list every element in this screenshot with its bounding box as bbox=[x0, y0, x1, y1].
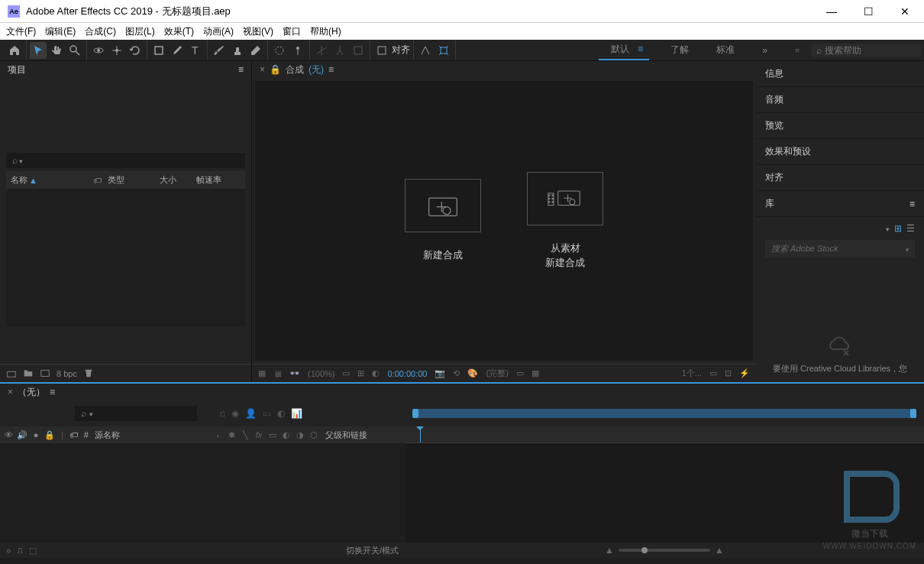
source-name-column[interactable]: 源名称 bbox=[95, 429, 206, 441]
workspace-overflow[interactable]: » bbox=[756, 42, 774, 59]
timeline-canvas[interactable] bbox=[405, 443, 924, 543]
project-search-input[interactable] bbox=[23, 155, 239, 166]
project-search[interactable]: ⌕ bbox=[6, 153, 245, 168]
library-dropdown[interactable] bbox=[886, 223, 890, 234]
project-panel-menu[interactable] bbox=[238, 64, 244, 75]
workspace-learn[interactable]: 了解 bbox=[664, 41, 695, 60]
menu-animation[interactable]: 动画(A) bbox=[203, 25, 234, 38]
current-time[interactable]: 0:00:00:00 bbox=[387, 369, 427, 378]
view-layout-icon[interactable]: ▭ bbox=[709, 368, 717, 378]
list-view-icon[interactable]: ☰ bbox=[906, 223, 915, 234]
workspace-default[interactable]: 默认 ≡ bbox=[599, 40, 649, 60]
home-button[interactable] bbox=[6, 42, 23, 59]
lock-icon[interactable]: 🔒 bbox=[270, 64, 281, 75]
resolution-icon[interactable]: ▭ bbox=[342, 368, 350, 378]
pan-behind-tool[interactable] bbox=[108, 42, 125, 59]
fx-switch-icon[interactable]: fx bbox=[254, 430, 264, 440]
column-frame-rate[interactable]: 帧速率 bbox=[196, 174, 221, 186]
quality-switch-icon[interactable]: ╲ bbox=[240, 430, 250, 440]
zoom-tool[interactable] bbox=[66, 42, 83, 59]
bit-depth-toggle[interactable]: 8 bpc bbox=[57, 369, 77, 378]
search-help-input[interactable] bbox=[825, 45, 916, 56]
view-axis-mode[interactable] bbox=[350, 42, 367, 59]
grid-view-icon[interactable]: ⊞ bbox=[894, 223, 902, 234]
menu-effect[interactable]: 效果(T) bbox=[164, 25, 194, 38]
roto-brush-tool[interactable] bbox=[271, 42, 288, 59]
zoom-dropdown[interactable]: (100%) bbox=[308, 369, 334, 378]
pen-tool[interactable] bbox=[169, 42, 186, 59]
show-snapshot-icon[interactable]: ⟲ bbox=[453, 368, 460, 378]
shy-switch-icon[interactable]: ⬩ bbox=[212, 430, 223, 440]
solo-column-icon[interactable]: ● bbox=[31, 430, 41, 440]
menu-file[interactable]: 文件(F) bbox=[6, 25, 36, 38]
local-axis-mode[interactable] bbox=[313, 42, 330, 59]
menu-window[interactable]: 窗口 bbox=[283, 25, 301, 38]
interpret-footage-icon[interactable] bbox=[6, 368, 17, 380]
expand-icon[interactable]: ⎍ bbox=[18, 546, 23, 555]
adjustment-switch-icon[interactable]: ◑ bbox=[295, 430, 305, 440]
audio-column-icon[interactable]: 🔊 bbox=[17, 430, 27, 440]
graph-editor-icon[interactable]: 📊 bbox=[291, 408, 302, 419]
workspace-settings-icon[interactable] bbox=[789, 42, 806, 59]
delete-icon[interactable] bbox=[83, 368, 94, 380]
comp-mini-flowchart-icon[interactable]: ⎌ bbox=[220, 408, 225, 419]
info-panel[interactable]: 信息 bbox=[756, 61, 924, 87]
playhead[interactable] bbox=[420, 426, 421, 442]
frame-blend-switch-icon[interactable]: ▭ bbox=[267, 430, 278, 440]
new-comp-icon[interactable] bbox=[40, 368, 50, 380]
transparency-grid-icon[interactable]: ▦ bbox=[531, 368, 539, 378]
new-folder-icon[interactable] bbox=[23, 368, 34, 380]
column-type[interactable]: 类型 bbox=[108, 174, 124, 186]
eraser-tool[interactable] bbox=[247, 42, 264, 59]
timeline-close-tab[interactable]: × bbox=[8, 387, 13, 397]
effects-presets-panel[interactable]: 效果和预设 bbox=[756, 139, 924, 165]
parent-link-column[interactable]: 父级和链接 bbox=[325, 429, 402, 441]
resolution-dropdown[interactable]: (完整) bbox=[486, 368, 508, 379]
display-icon[interactable]: 🖥 bbox=[273, 369, 282, 378]
world-axis-mode[interactable] bbox=[331, 42, 348, 59]
workspace-standard[interactable]: 标准 bbox=[710, 41, 741, 60]
selection-tool[interactable] bbox=[30, 42, 47, 59]
3d-view-dropdown[interactable]: 1个... bbox=[682, 368, 702, 379]
toggle-switches-icon[interactable]: ⟐ bbox=[6, 546, 11, 555]
pixel-aspect-icon[interactable]: ⊡ bbox=[725, 368, 732, 378]
collapse-switch-icon[interactable]: ✱ bbox=[226, 430, 237, 440]
video-column-icon[interactable]: 👁 bbox=[3, 430, 14, 440]
snapshot-icon[interactable]: 📷 bbox=[435, 368, 445, 378]
new-composition-button[interactable]: 新建合成 bbox=[405, 179, 481, 263]
motion-blur-switch-icon[interactable]: ◐ bbox=[281, 430, 292, 440]
library-panel-title[interactable]: 库 bbox=[756, 191, 924, 217]
puppet-pin-tool[interactable] bbox=[289, 42, 306, 59]
rectangle-tool[interactable] bbox=[150, 42, 167, 59]
motion-blur-icon[interactable]: ◐ bbox=[277, 408, 285, 419]
timeline-zoom[interactable]: ▲ ▲ bbox=[405, 543, 924, 558]
audio-panel[interactable]: 音频 bbox=[756, 87, 924, 113]
hand-tool[interactable] bbox=[48, 42, 65, 59]
snapping-checkbox[interactable] bbox=[373, 42, 390, 59]
align-panel[interactable]: 对齐 bbox=[756, 165, 924, 191]
close-button[interactable]: ✕ bbox=[893, 5, 916, 18]
draft-3d-icon[interactable]: ◉ bbox=[231, 408, 239, 419]
render-queue-icon[interactable]: ⬚ bbox=[29, 546, 37, 556]
library-panel-menu[interactable] bbox=[909, 199, 915, 209]
switch-mode-button[interactable]: 切换开关/模式 bbox=[346, 545, 399, 556]
maximize-button[interactable]: ☐ bbox=[857, 5, 880, 18]
snap-extents-icon[interactable] bbox=[435, 42, 452, 59]
index-column[interactable]: # bbox=[84, 430, 89, 439]
menu-view[interactable]: 视图(V) bbox=[243, 25, 273, 38]
menu-composition[interactable]: 合成(C) bbox=[85, 25, 116, 38]
column-name[interactable]: 名称 bbox=[11, 174, 27, 186]
3d-switch-icon[interactable]: ⬡ bbox=[309, 430, 319, 440]
time-ruler[interactable] bbox=[405, 426, 924, 443]
search-help-box[interactable]: ⌕ bbox=[812, 44, 921, 57]
close-tab-icon[interactable]: × bbox=[260, 64, 265, 75]
label-column-icon[interactable]: 🏷 bbox=[69, 430, 78, 439]
project-list[interactable] bbox=[6, 189, 245, 326]
fast-preview-icon[interactable]: ⚡ bbox=[739, 368, 750, 378]
alpha-toggle-icon[interactable]: ▦ bbox=[258, 368, 266, 378]
shy-icon[interactable]: 👤 bbox=[245, 408, 257, 419]
preview-panel[interactable]: 预览 bbox=[756, 113, 924, 139]
brush-tool[interactable] bbox=[211, 42, 228, 59]
tag-icon[interactable]: 🏷 bbox=[93, 176, 102, 185]
timeline-panel-menu[interactable] bbox=[50, 387, 55, 397]
